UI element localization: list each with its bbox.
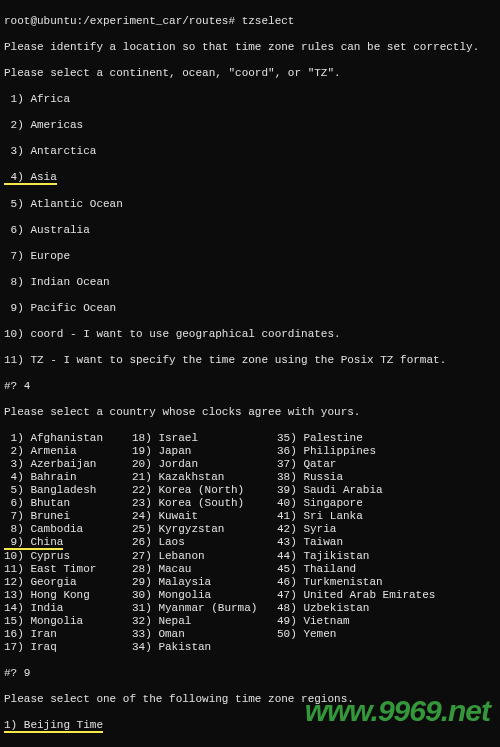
country-row: 14) India31) Myanmar (Burma)48) Uzbekist… xyxy=(4,602,496,615)
continent-option: 2) Americas xyxy=(4,119,496,132)
country-row: 10) Cyprus27) Lebanon44) Tajikistan xyxy=(4,550,496,563)
country-row: 12) Georgia29) Malaysia46) Turkmenistan xyxy=(4,576,496,589)
country-row: 4) Bahrain21) Kazakhstan38) Russia xyxy=(4,471,496,484)
country-prompt: Please select a country whose clocks agr… xyxy=(4,406,496,419)
answer-line: #? 9 xyxy=(4,667,496,680)
continent-option: 8) Indian Ocean xyxy=(4,276,496,289)
country-row: 15) Mongolia32) Nepal49) Vietnam xyxy=(4,615,496,628)
continent-option-asia: 4) Asia xyxy=(4,171,496,185)
terminal-output[interactable]: root@ubuntu:/experiment_car/routes# tzse… xyxy=(0,0,500,747)
country-row: 16) Iran33) Oman50) Yemen xyxy=(4,628,496,641)
country-row: 7) Brunei24) Kuwait41) Sri Lanka xyxy=(4,510,496,523)
country-row: 2) Armenia19) Japan36) Philippines xyxy=(4,445,496,458)
country-row: 1) Afghanistan18) Israel35) Palestine xyxy=(4,432,496,445)
continent-option: 3) Antarctica xyxy=(4,145,496,158)
continent-option: 6) Australia xyxy=(4,224,496,237)
continent-option: 9) Pacific Ocean xyxy=(4,302,496,315)
intro-line: Please identify a location so that time … xyxy=(4,41,496,54)
continent-option: 5) Atlantic Ocean xyxy=(4,198,496,211)
country-row: 9) China26) Laos43) Taiwan xyxy=(4,536,496,550)
country-row: 3) Azerbaijan20) Jordan37) Qatar xyxy=(4,458,496,471)
continent-option: 1) Africa xyxy=(4,93,496,106)
continent-option: 11) TZ - I want to specify the time zone… xyxy=(4,354,496,367)
intro-line: Please select a continent, ocean, "coord… xyxy=(4,67,496,80)
country-row: 11) East Timor28) Macau45) Thailand xyxy=(4,563,496,576)
country-row: 17) Iraq34) Pakistan xyxy=(4,641,496,654)
watermark-text: www.9969.net xyxy=(305,704,490,717)
country-row: 5) Bangladesh22) Korea (North)39) Saudi … xyxy=(4,484,496,497)
prompt-line: root@ubuntu:/experiment_car/routes# tzse… xyxy=(4,15,496,28)
answer-line: #? 4 xyxy=(4,380,496,393)
continent-option: 7) Europe xyxy=(4,250,496,263)
country-row: 8) Cambodia25) Kyrgyzstan42) Syria xyxy=(4,523,496,536)
country-row: 6) Bhutan23) Korea (South)40) Singapore xyxy=(4,497,496,510)
country-row: 13) Hong Kong30) Mongolia47) United Arab… xyxy=(4,589,496,602)
continent-option: 10) coord - I want to use geographical c… xyxy=(4,328,496,341)
